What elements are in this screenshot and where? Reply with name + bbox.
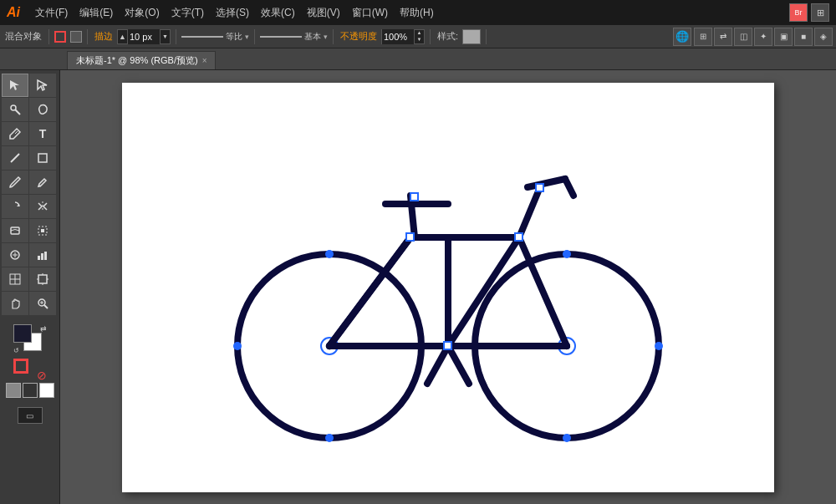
style-label: 样式: <box>436 30 460 43</box>
hand-tool[interactable] <box>2 292 28 315</box>
appearance-icon[interactable]: ◈ <box>814 28 833 46</box>
svg-line-48 <box>448 346 469 384</box>
tool-row-2 <box>2 98 58 121</box>
artboard-tool[interactable] <box>29 267 56 291</box>
screen-mode[interactable]: ▭ <box>2 407 58 424</box>
artboard: .bike-path { stroke: #0a0a3a; stroke-wid… <box>122 83 774 492</box>
tool-row-7 <box>2 219 58 242</box>
stroke-stepper[interactable]: ▲ ▼ <box>117 29 171 44</box>
dash-preview <box>260 36 302 38</box>
opacity-input[interactable] <box>382 29 414 44</box>
small-swatches <box>5 383 54 398</box>
opacity-stepper[interactable]: ▲ ▼ <box>414 30 424 43</box>
menu-view[interactable]: 视图(V) <box>302 4 345 22</box>
magic-wand-tool[interactable] <box>2 98 28 121</box>
tool-row-4 <box>2 146 58 170</box>
menu-file[interactable]: 文件(F) <box>30 4 73 22</box>
globe-icon[interactable]: 🌐 <box>673 28 691 46</box>
svg-rect-14 <box>38 256 40 260</box>
opacity-input-wrapper[interactable]: ▲ ▼ <box>381 29 425 44</box>
rotate-tool[interactable] <box>2 195 28 218</box>
dash-style-label: 基本 <box>304 31 321 43</box>
transform-icon[interactable]: ⇄ <box>714 28 732 46</box>
warp-tool[interactable] <box>2 219 28 242</box>
lasso-tool[interactable] <box>29 98 56 121</box>
zoom-tool[interactable] <box>29 292 56 315</box>
opacity-label: 不透明度 <box>339 30 379 43</box>
svg-point-57 <box>233 342 242 350</box>
svg-rect-20 <box>38 275 47 283</box>
stroke-down-arrow[interactable]: ▼ <box>160 30 170 43</box>
gray-swatch[interactable] <box>6 383 21 398</box>
reset-colors-icon[interactable]: ↺ <box>13 347 19 354</box>
symbol-tool[interactable] <box>2 243 28 267</box>
app-logo: Ai <box>7 5 20 20</box>
chart-tool[interactable] <box>29 243 56 267</box>
menu-type[interactable]: 文字(T) <box>166 4 209 22</box>
reflect-tool[interactable] <box>29 195 56 218</box>
menu-object[interactable]: 对象(O) <box>120 4 164 22</box>
svg-rect-51 <box>515 233 522 241</box>
pen-tool[interactable] <box>2 122 28 145</box>
stroke-indicator[interactable]: ⊘ <box>13 359 47 377</box>
menu-select[interactable]: 选择(S) <box>211 4 254 22</box>
line-preview <box>181 36 223 38</box>
screen-mode-icon[interactable]: ▭ <box>18 407 43 424</box>
svg-point-60 <box>655 342 663 350</box>
style-swatch[interactable] <box>462 29 481 44</box>
svg-line-44 <box>528 179 565 187</box>
bridge-icon[interactable]: Br <box>789 3 808 22</box>
document-tab[interactable]: 未标题-1* @ 98% (RGB/预览) × <box>67 51 216 69</box>
slice-tool[interactable] <box>2 267 28 291</box>
tab-close-button[interactable]: × <box>202 56 207 65</box>
direct-select-tool[interactable] <box>29 74 56 97</box>
foreground-color-swatch[interactable] <box>13 324 32 343</box>
dash-style-selector[interactable]: 基本 ▾ <box>260 31 328 43</box>
fill-swatch-box[interactable] <box>70 31 82 43</box>
type-tool[interactable]: T <box>29 122 56 145</box>
color-panel-icon[interactable]: ■ <box>794 28 813 46</box>
workspace-icon[interactable]: ⊞ <box>811 3 829 22</box>
svg-rect-50 <box>406 233 414 241</box>
svg-point-1 <box>11 105 16 110</box>
menu-effect[interactable]: 效果(C) <box>256 4 300 22</box>
gradient-icon[interactable]: ▣ <box>774 28 793 46</box>
menu-edit[interactable]: 编辑(E) <box>74 4 118 22</box>
dark-swatch[interactable] <box>23 383 38 398</box>
free-transform-tool[interactable] <box>29 219 56 242</box>
tool-row-6 <box>2 195 58 218</box>
bicycle-artwork: .bike-path { stroke: #0a0a3a; stroke-wid… <box>206 120 691 455</box>
tab-bar: 未标题-1* @ 98% (RGB/预览) × <box>0 48 836 70</box>
svg-rect-8 <box>11 227 19 234</box>
svg-rect-4 <box>38 154 47 162</box>
paintbrush-tool[interactable] <box>2 171 28 194</box>
line-style-selector[interactable]: 等比 ▾ <box>181 31 249 43</box>
line-style-chevron[interactable]: ▾ <box>245 33 249 41</box>
align-icon[interactable]: ⊞ <box>694 28 712 46</box>
stroke-color-swatch[interactable] <box>54 31 66 43</box>
stroke-up-arrow[interactable]: ▲ <box>118 30 128 43</box>
none-swatch[interactable] <box>39 383 54 398</box>
select-tool[interactable] <box>2 74 28 97</box>
dash-style-chevron[interactable]: ▾ <box>324 33 328 41</box>
svg-rect-15 <box>41 253 43 260</box>
svg-point-58 <box>563 250 571 258</box>
tab-label: 未标题-1* @ 98% (RGB/预览) <box>76 54 198 67</box>
tool-row-10 <box>2 292 58 315</box>
main-area: T <box>0 70 836 504</box>
svg-line-43 <box>519 187 540 237</box>
svg-line-37 <box>448 237 519 346</box>
fg-bg-swatches[interactable]: ⇄ ↺ <box>13 324 47 354</box>
line-tool[interactable] <box>2 146 28 170</box>
color-area: ⇄ ↺ ⊘ <box>2 319 58 401</box>
tool-row-5 <box>2 171 58 194</box>
menu-help[interactable]: 帮助(H) <box>395 4 439 22</box>
stroke-value-input[interactable] <box>128 29 160 44</box>
pencil-tool[interactable] <box>29 171 56 194</box>
stroke-panel-icon[interactable]: ✦ <box>754 28 772 46</box>
line-style-label: 等比 <box>226 31 242 43</box>
menu-window[interactable]: 窗口(W) <box>347 4 393 22</box>
pathfinder-icon[interactable]: ◫ <box>734 28 752 46</box>
swap-colors-icon[interactable]: ⇄ <box>40 324 47 333</box>
shape-tool[interactable] <box>29 146 56 170</box>
